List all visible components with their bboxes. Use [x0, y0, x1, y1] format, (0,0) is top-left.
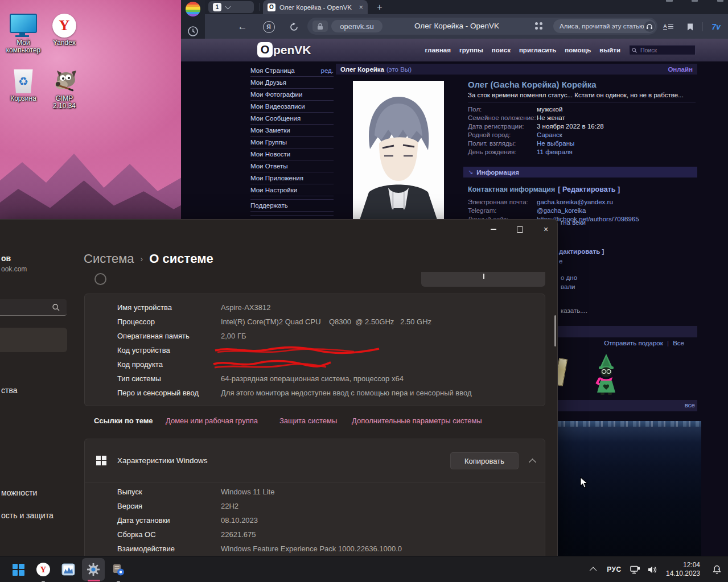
redaction-scribble [212, 359, 332, 370]
desktop-icon-recycle-bin[interactable]: ♻ Корзина [3, 67, 43, 102]
settings-search-box[interactable] [0, 299, 67, 316]
tray-chevron-up[interactable] [586, 567, 602, 572]
right-fragment[interactable]: о дно [561, 274, 577, 281]
openvk-search-box[interactable] [629, 45, 696, 55]
lock-icon[interactable] [312, 20, 328, 32]
system-protection-link[interactable]: Защита системы [279, 416, 337, 425]
desktop-icon-label: GIMP 2.10.34 [44, 95, 84, 110]
domain-workgroup-link[interactable]: Домен или рабочая группа [166, 416, 258, 425]
maximize-button[interactable] [511, 222, 528, 237]
nav-item-devices-fragment[interactable]: ства [1, 386, 17, 395]
menu-item-answers[interactable]: Мои Ответы [250, 160, 334, 172]
anime-portrait [353, 81, 444, 223]
desktop-icon-yandex[interactable]: Y Yandex [44, 11, 84, 47]
translator-icon[interactable]: 7v [708, 19, 724, 35]
address-bar[interactable]: openvk.su Олег Корейка - OpenVK Алиса, п… [307, 18, 657, 35]
page-title: О системе [149, 251, 213, 266]
history-icon[interactable] [186, 24, 200, 39]
nav-link-logout[interactable]: выйти [599, 47, 620, 53]
menu-item-notes[interactable]: Мои Заметки [250, 125, 334, 137]
openvk-header: O penVK главная группы поиск пригласить … [181, 39, 728, 61]
scrollbar[interactable] [554, 315, 556, 346]
start-button[interactable] [7, 558, 30, 581]
back-button[interactable] [235, 19, 250, 35]
gift-image-ralsei[interactable] [592, 353, 620, 398]
wall-photo[interactable] [558, 421, 701, 556]
menu-item-apps[interactable]: Мои Приложения [250, 172, 334, 184]
right-fragment[interactable]: дактировать ] [559, 248, 604, 255]
desktop-icon-gimp[interactable]: GIMP 2.10.34 [44, 67, 84, 110]
all-gifts-link[interactable]: Все [673, 340, 684, 346]
copy-button[interactable]: Копировать [450, 452, 519, 469]
menu-item-settings[interactable]: Мои Настройки [250, 184, 334, 196]
edit-link[interactable]: ред. [321, 65, 334, 76]
desktop-icon-my-computer[interactable]: Мой компьютер [3, 11, 43, 54]
notification-bell-icon[interactable]: z [705, 564, 728, 575]
menu-item-videos[interactable]: Мои Видеозаписи [250, 101, 334, 113]
nav-item-selected[interactable] [0, 328, 67, 352]
advanced-system-link[interactable]: Дополнительные параметры системы [352, 416, 482, 425]
menu-item-photos[interactable]: Мои Фотографии [250, 89, 334, 101]
divider [85, 482, 545, 482]
nav-item-privacy-fragment[interactable]: ость и защита [1, 511, 54, 520]
nav-item-accessibility-fragment[interactable]: можности [1, 488, 37, 497]
profile-status[interactable]: За сток времени поменял статус... Кстати… [468, 92, 684, 98]
nav-link-help[interactable]: помощь [565, 47, 591, 53]
tab-group-button[interactable]: 1 [208, 1, 254, 13]
minimize-button[interactable] [485, 222, 502, 237]
alice-read-button[interactable]: Алиса, прочитай эту статью [553, 19, 656, 33]
info-section-bar[interactable]: ↘ Информация [463, 167, 697, 178]
rename-pc-button-partial[interactable] [421, 272, 545, 287]
network-icon[interactable] [627, 566, 644, 574]
contact-heading: Контактная информация[ Редактировать ] [468, 185, 620, 193]
right-fragment[interactable]: вали [561, 283, 575, 290]
screen: Мой компьютер Y Yandex ♻ Корзина GIMP 2.… [0, 0, 728, 582]
menu-item-my-page[interactable]: Моя Страницаред. [250, 65, 334, 77]
windows-spec-header[interactable]: Характеристики Windows Копировать [85, 439, 545, 482]
profile-avatar[interactable] [186, 2, 200, 16]
yandex-icon: Y [52, 14, 76, 38]
menu-item-news[interactable]: Мои Новости [250, 148, 334, 160]
nav-link-search[interactable]: поиск [492, 47, 511, 53]
taskbar-task-manager[interactable] [57, 558, 80, 581]
openvk-nav: главная группы поиск пригласить помощь в… [425, 47, 620, 53]
chevron-up-icon[interactable] [529, 459, 536, 466]
search-input[interactable] [639, 46, 693, 54]
edit-contacts-link[interactable]: [ Редактировать ] [558, 185, 620, 193]
profile-field: День рождения:11 февраля [468, 148, 697, 156]
menu-item-donate[interactable]: Поддержать [250, 199, 334, 212]
nav-link-invite[interactable]: пригласить [519, 47, 556, 53]
bookmark-icon[interactable] [682, 19, 698, 35]
reader-mode-icon[interactable]: A [660, 19, 676, 35]
taskbar-yandex[interactable]: Y [32, 558, 55, 581]
profile-header-name: Олег Корейка [340, 66, 384, 73]
taskbar-settings-active[interactable] [82, 558, 105, 581]
computer-icon [10, 14, 37, 33]
volume-icon[interactable] [644, 566, 661, 574]
tab-strip: 1 O Олег Корейка - OpenVK × + [205, 0, 728, 14]
menu-item-friends[interactable]: Мои Друзья [250, 77, 334, 89]
divider [702, 22, 703, 31]
language-indicator[interactable]: РУС [602, 566, 627, 573]
menu-item-messages[interactable]: Мои Сообщения [250, 113, 334, 125]
taskbar-installer[interactable] [107, 558, 130, 581]
all-link[interactable]: все [685, 402, 695, 408]
tab-close-icon[interactable]: × [359, 3, 363, 11]
openvk-logo[interactable]: O penVK [257, 42, 311, 57]
send-gift-link[interactable]: Отправить подарок [604, 340, 663, 346]
clock[interactable]: 12:04 14.10.2023 [661, 561, 705, 578]
nav-link-groups[interactable]: группы [459, 47, 483, 53]
nav-link-main[interactable]: главная [425, 47, 451, 53]
avatar-icon [186, 2, 200, 16]
breadcrumb-section[interactable]: Система [84, 251, 134, 266]
close-button[interactable]: × [537, 222, 554, 237]
new-tab-button[interactable]: + [373, 1, 386, 13]
reload-button[interactable] [286, 19, 302, 35]
browser-tab-active[interactable]: O Олег Корейка - OpenVK × [263, 0, 368, 14]
yandex-button[interactable]: Я [261, 19, 277, 35]
grid-dots-icon[interactable] [535, 22, 543, 30]
spec-row-redacted: Код продукта [85, 357, 545, 371]
profile-photo[interactable] [353, 81, 444, 223]
domain-chip[interactable]: openvk.su [331, 20, 382, 32]
menu-item-groups[interactable]: Мои Группы [250, 137, 334, 148]
